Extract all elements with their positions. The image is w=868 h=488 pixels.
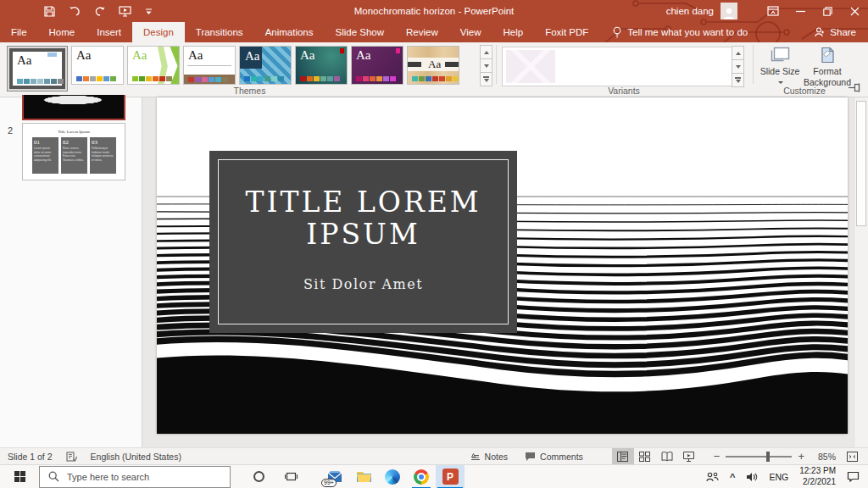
fit-slide-to-window-button[interactable] bbox=[841, 448, 863, 464]
theme-ion[interactable]: Aa bbox=[295, 46, 348, 85]
thumb-box-03: 03 Pellentesque habitant morbi tristique… bbox=[90, 137, 116, 174]
slide-sorter-icon bbox=[639, 452, 650, 462]
reading-view-icon bbox=[661, 452, 673, 462]
slide1-thumbnail-selected[interactable] bbox=[22, 95, 125, 120]
theme-swatches bbox=[17, 79, 64, 84]
theme-organic[interactable]: Aa bbox=[183, 46, 236, 85]
variants-scroll-up-button[interactable] bbox=[732, 46, 744, 60]
zoom-in-button[interactable]: + bbox=[798, 450, 804, 463]
slide-canvas[interactable]: TITLE LOREM IPSUM Sit Dolor Amet bbox=[157, 97, 848, 434]
main-area: 2 Title Lorem Ipsum 01 Lorem ipsum dolor… bbox=[0, 97, 868, 447]
reading-view-button[interactable] bbox=[656, 448, 678, 464]
gallery-scroll-down-button[interactable] bbox=[480, 58, 492, 73]
fit-to-window-icon bbox=[847, 452, 858, 462]
mail-badge: 99+ bbox=[321, 479, 337, 487]
powerpoint-icon: P bbox=[442, 469, 459, 485]
normal-view-button[interactable] bbox=[612, 448, 634, 464]
file-explorer-button[interactable] bbox=[349, 465, 378, 488]
theme-ion-boardroom[interactable]: Aa bbox=[351, 46, 403, 85]
theme-aa-label: Aa bbox=[245, 49, 260, 64]
tab-file[interactable]: File bbox=[0, 22, 38, 42]
comments-label: Comments bbox=[540, 452, 583, 462]
notes-button[interactable]: Notes bbox=[470, 452, 508, 462]
volume-icon[interactable] bbox=[746, 472, 758, 482]
chrome-browser-button[interactable] bbox=[407, 465, 436, 488]
ribbon-display-options-icon[interactable] bbox=[760, 0, 787, 22]
task-view-icon bbox=[285, 471, 298, 482]
tab-help[interactable]: Help bbox=[492, 22, 535, 42]
cortana-button[interactable] bbox=[242, 465, 275, 488]
tab-view[interactable]: View bbox=[449, 22, 492, 42]
theme-wood-type[interactable]: Aa bbox=[407, 46, 459, 85]
theme-facet[interactable]: Aa bbox=[127, 46, 180, 85]
tab-slideshow[interactable]: Slide Show bbox=[325, 22, 396, 42]
edge-browser-button[interactable] bbox=[378, 465, 407, 488]
restore-button[interactable] bbox=[814, 0, 841, 22]
variant-option[interactable] bbox=[506, 50, 555, 83]
tab-design[interactable]: Design bbox=[132, 22, 185, 42]
powerpoint-app-button[interactable]: P bbox=[436, 465, 465, 488]
tab-insert[interactable]: Insert bbox=[86, 22, 132, 42]
pin-ribbon-icon[interactable] bbox=[849, 83, 862, 92]
search-icon bbox=[48, 471, 59, 482]
titlebar-controls: chien dang bbox=[666, 0, 868, 22]
minimize-button[interactable] bbox=[787, 0, 814, 22]
slide-indicator: Slide 1 of 2 bbox=[8, 452, 53, 462]
variants-scroll-down-button[interactable] bbox=[732, 59, 744, 74]
zoom-out-button[interactable]: − bbox=[714, 450, 721, 463]
avatar[interactable] bbox=[721, 3, 737, 19]
variants-group-label: Variants bbox=[502, 86, 746, 96]
theme-current-selected[interactable]: Aa bbox=[7, 46, 68, 92]
slideshow-view-button[interactable] bbox=[678, 448, 700, 464]
thumb-box-02: 02 Nunc viverra imperdiet enim. Fusce es… bbox=[61, 137, 87, 174]
title-box-frame bbox=[218, 159, 509, 324]
tell-me-box[interactable]: Tell me what you want to do bbox=[613, 22, 748, 42]
slide-title-box[interactable]: TITLE LOREM IPSUM Sit Dolor Amet bbox=[209, 151, 517, 333]
language-indicator[interactable]: ENG bbox=[769, 472, 788, 482]
theme-office[interactable]: Aa bbox=[71, 46, 124, 85]
search-input[interactable] bbox=[67, 472, 211, 482]
action-center-icon[interactable] bbox=[847, 471, 860, 482]
taskbar-search[interactable] bbox=[39, 466, 231, 488]
slide2-thumb-title: Title Lorem Ipsum bbox=[23, 130, 125, 134]
start-button[interactable] bbox=[0, 465, 39, 488]
file-explorer-icon bbox=[356, 470, 372, 483]
tab-transitions[interactable]: Transitions bbox=[185, 22, 254, 42]
vertical-scrollbar-thumb[interactable] bbox=[856, 101, 866, 226]
task-view-button[interactable] bbox=[275, 465, 307, 488]
tab-home[interactable]: Home bbox=[38, 22, 86, 42]
language-status[interactable]: English (United States) bbox=[91, 452, 181, 462]
theme-swatches bbox=[132, 76, 172, 81]
mail-app-button[interactable]: 99+ bbox=[320, 465, 349, 488]
people-icon[interactable] bbox=[706, 472, 719, 482]
windows-taskbar: 99+ P ^ ENG 12:23 PM 2/2/2021 bbox=[0, 464, 868, 488]
gallery-more-button[interactable] bbox=[480, 72, 492, 86]
zoom-slider[interactable] bbox=[726, 456, 792, 458]
close-button[interactable] bbox=[841, 0, 868, 22]
titlebar: Monochromatic horizon - PowerPoint chien… bbox=[0, 0, 868, 22]
themes-gallery: Aa Aa Aa Aa Aa bbox=[7, 46, 459, 92]
theme-swatches bbox=[244, 76, 284, 81]
status-bar: Slide 1 of 2 English (United States) Not… bbox=[0, 447, 868, 464]
slide-sorter-view-button[interactable] bbox=[634, 448, 656, 464]
slide-thumbnail-panel: 2 Title Lorem Ipsum 01 Lorem ipsum dolor… bbox=[0, 97, 142, 447]
theme-integral[interactable]: Aa bbox=[239, 46, 292, 85]
zoom-percentage[interactable]: 85% bbox=[810, 452, 836, 462]
slide2-thumbnail[interactable]: Title Lorem Ipsum 01 Lorem ipsum dolor s… bbox=[22, 123, 125, 180]
share-button[interactable]: Share bbox=[815, 22, 856, 42]
theme-swatches bbox=[356, 76, 396, 81]
account-name[interactable]: chien dang bbox=[666, 6, 714, 16]
tab-foxit-pdf[interactable]: Foxit PDF bbox=[534, 22, 599, 42]
gallery-scroll-up-button[interactable] bbox=[480, 45, 492, 59]
theme-aa-label: Aa bbox=[17, 53, 32, 68]
tab-review[interactable]: Review bbox=[395, 22, 449, 42]
notes-label: Notes bbox=[485, 452, 508, 462]
clock[interactable]: 12:23 PM 2/2/2021 bbox=[799, 466, 836, 487]
tab-animations[interactable]: Animations bbox=[254, 22, 325, 42]
comments-button[interactable]: Comments bbox=[525, 452, 583, 462]
hidden-icons-chevron[interactable]: ^ bbox=[730, 472, 735, 482]
zoom-slider-thumb[interactable] bbox=[766, 452, 770, 462]
vertical-scrollbar[interactable] bbox=[854, 97, 868, 447]
spellcheck-icon[interactable] bbox=[66, 452, 77, 462]
themes-gallery-scrollbar bbox=[480, 46, 492, 86]
